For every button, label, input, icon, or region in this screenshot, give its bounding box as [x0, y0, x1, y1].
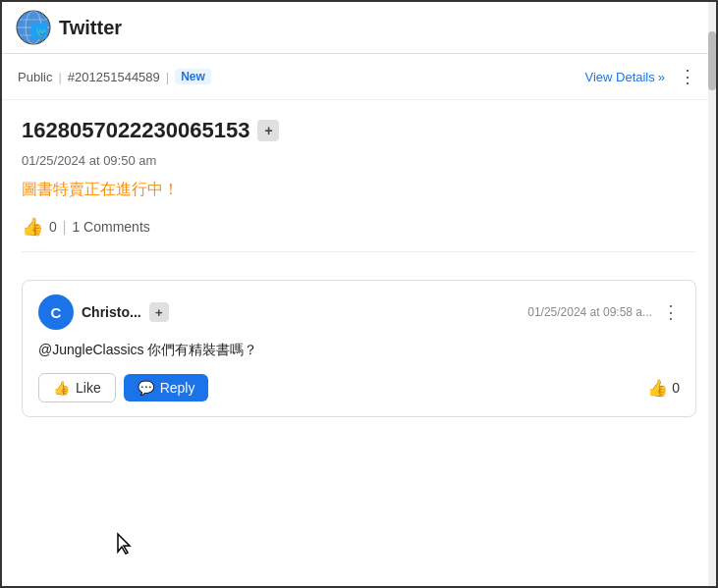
like-label: Like [76, 380, 101, 396]
subheader-meta: Public | #201251544589 | New [18, 69, 584, 84]
comments-count: 1 Comments [72, 219, 149, 235]
post-body-text: 圖書特賣正在進行中！ [22, 180, 696, 200]
comment-actions-left: 👍 Like 💬 Reply [38, 373, 208, 402]
comment-actions: 👍 Like 💬 Reply 👍 0 [38, 373, 680, 402]
comment-body: @JungleClassics 你們有精裝書嗎？ [38, 342, 680, 359]
comments-section: C Christo... + 01/25/2024 at 09:58 a... … [2, 264, 716, 433]
more-options-icon[interactable]: ⋮ [675, 64, 700, 89]
post-timestamp: 01/25/2024 at 09:50 am [22, 153, 696, 168]
comment-like-count: 0 [672, 380, 680, 396]
comment-plus-button[interactable]: + [149, 302, 169, 322]
subheader-actions: View Details » ⋮ [584, 64, 700, 89]
visibility-label: Public [18, 70, 52, 84]
like-button[interactable]: 👍 Like [38, 373, 116, 402]
comment-more-icon[interactable]: ⋮ [662, 301, 680, 323]
post-id-number: 1628057022230065153 [22, 118, 249, 143]
like-thumb-icon: 👍 [53, 380, 70, 396]
reaction-icon: 👍 [22, 216, 43, 238]
comment-card: C Christo... + 01/25/2024 at 09:58 a... … [22, 280, 696, 417]
app-logo: 🐦 [16, 10, 51, 45]
chevron-down-icon: » [658, 70, 665, 84]
subheader-bar: Public | #201251544589 | New View Detail… [2, 54, 716, 100]
reply-button[interactable]: 💬 Reply [124, 374, 209, 401]
comment-header: C Christo... + 01/25/2024 at 09:58 a... … [38, 294, 680, 330]
reaction-count: 0 [49, 219, 57, 235]
scrollbar-thumb[interactable] [708, 31, 716, 90]
comment-right: 01/25/2024 at 09:58 a... ⋮ [527, 301, 680, 323]
app-title: Twitter [59, 17, 122, 39]
post-id-row: 1628057022230065153 + [22, 118, 696, 143]
separator: | [63, 219, 67, 235]
reply-icon: 💬 [138, 380, 154, 396]
status-badge: New [175, 69, 211, 84]
comment-timestamp: 01/25/2024 at 09:58 a... [527, 305, 652, 319]
like-blue-icon: 👍 [647, 378, 668, 399]
post-plus-button[interactable]: + [257, 120, 279, 141]
avatar: C [38, 294, 74, 330]
author-name: Christo... [82, 304, 141, 320]
reply-label: Reply [160, 380, 195, 396]
post-content: 1628057022230065153 + 01/25/2024 at 09:5… [2, 100, 716, 264]
comment-author-area: C Christo... + [38, 294, 169, 330]
scrollbar-track[interactable] [708, 2, 716, 588]
reactions-row: 👍 0 | 1 Comments [22, 216, 696, 252]
app-header: 🐦 Twitter [2, 2, 716, 54]
svg-text:🐦: 🐦 [35, 26, 48, 38]
ticket-id: #201251544589 [68, 70, 160, 84]
cursor [116, 532, 136, 556]
comment-likes-count: 👍 0 [647, 378, 680, 399]
view-details-button[interactable]: View Details » [584, 70, 665, 84]
